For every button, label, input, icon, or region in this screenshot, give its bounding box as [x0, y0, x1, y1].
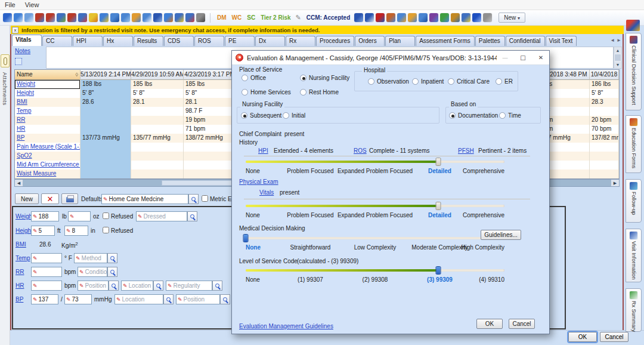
sm-badge-icon[interactable]	[110, 13, 119, 22]
value-cell[interactable]	[590, 152, 619, 161]
value-cell[interactable]: 28.6	[80, 98, 131, 107]
scroll-left-icon[interactable]: ◀	[15, 180, 23, 186]
metric-entry-checkbox[interactable]	[202, 195, 208, 202]
tab-plan[interactable]: Plan	[385, 36, 415, 46]
height-in-input[interactable]	[72, 227, 88, 234]
radio-subsequent[interactable]: Subsequent	[241, 112, 281, 119]
mail-route-icon[interactable]	[386, 13, 395, 22]
tab-cds[interactable]: CDS	[164, 36, 194, 46]
height-refused-checkbox[interactable]	[103, 227, 109, 233]
temp-field[interactable]: ✎	[31, 253, 62, 263]
value-cell[interactable]	[131, 170, 184, 178]
column-header-4-23-2019-3-17-pm[interactable]: 4/23/2019 3:17 PM	[184, 70, 236, 80]
ros-link[interactable]: ROS	[354, 147, 367, 154]
hr-regularity-search-button[interactable]	[212, 281, 222, 291]
value-cell[interactable]: 188 lbs	[80, 80, 131, 89]
temp-method-field[interactable]: ✎	[74, 253, 107, 263]
tab-results[interactable]: Results	[134, 36, 163, 46]
value-cell[interactable]: 71 bpm	[184, 125, 236, 134]
radio-time[interactable]: Time	[499, 112, 521, 119]
warning-close-icon[interactable]: x	[12, 27, 18, 33]
row-link-pain-measure-scale-1-10[interactable]: Pain Measure (Scale 1-10)	[17, 143, 80, 150]
undo-icon[interactable]	[483, 13, 492, 22]
tab-procedures[interactable]: Procedures	[316, 36, 354, 46]
open-folder-icon[interactable]	[14, 13, 23, 22]
history-icon[interactable]	[440, 13, 449, 22]
height-link[interactable]: Height	[16, 227, 33, 234]
import-icon[interactable]	[46, 13, 55, 22]
thermometer-icon[interactable]	[143, 13, 151, 22]
value-cell[interactable]: 186 lbs	[590, 80, 619, 89]
row-link-bmi[interactable]: BMI	[17, 98, 27, 105]
doc-export-icon[interactable]	[397, 13, 406, 22]
slider-thumb[interactable]	[243, 234, 249, 242]
delete-button[interactable]: ✕	[41, 193, 59, 204]
tab-confidential[interactable]: Confidential	[506, 36, 545, 46]
value-cell[interactable]: 5' 8"	[131, 89, 184, 98]
value-cell[interactable]: 20 bpm	[590, 116, 619, 125]
rr-condition-input[interactable]	[85, 269, 107, 275]
tab-hpi[interactable]: HPI	[73, 36, 103, 46]
globe-red-icon[interactable]	[185, 13, 194, 22]
photo-icon[interactable]	[408, 13, 417, 22]
list-orange-icon[interactable]	[132, 13, 141, 22]
hr-link[interactable]: HR	[16, 282, 24, 289]
cancel-button[interactable]: Cancel	[600, 332, 628, 342]
radio-home-services[interactable]: Home Services	[242, 89, 291, 96]
defaults-search-button[interactable]	[188, 194, 199, 204]
checklist-icon[interactable]	[57, 13, 66, 22]
value-cell[interactable]: 137/82 mmHg	[590, 134, 619, 143]
share-doc-icon[interactable]	[164, 13, 173, 22]
bp-position-search-button[interactable]	[220, 294, 230, 304]
menu-view[interactable]: View	[25, 1, 39, 8]
bp-location-field[interactable]: ✎	[114, 294, 163, 304]
hr-position-field[interactable]: ✎	[78, 281, 109, 291]
chart-warning-icon[interactable]	[89, 13, 98, 22]
temp-method-input[interactable]	[82, 255, 107, 261]
column-header-5-13-2019-2-14-pm[interactable]: 5/13/2019 2:14 PM	[80, 70, 131, 80]
paste-arrow-icon[interactable]	[35, 13, 44, 22]
hr-field[interactable]: ✎	[31, 281, 62, 291]
row-link-hr[interactable]: HR	[17, 125, 25, 132]
tab-assessment-forms[interactable]: Assessment Forms	[416, 36, 475, 46]
value-cell[interactable]	[131, 107, 184, 116]
value-cell[interactable]: 185 lbs	[131, 80, 184, 89]
maximize-icon[interactable]: □	[518, 54, 528, 61]
rail-tab-rx-summary[interactable]: Rx Summary	[626, 288, 642, 332]
bp-diastolic-input[interactable]	[72, 296, 91, 303]
value-cell[interactable]	[184, 161, 236, 170]
hr-location-search-button[interactable]	[153, 281, 163, 291]
row-link-weight[interactable]: Weight	[17, 81, 35, 87]
weight-lb-field[interactable]: ✎	[31, 211, 59, 221]
radio-nursing-facility[interactable]: Nursing Facility	[300, 75, 349, 81]
rail-tab-visit-information[interactable]: Visit Information	[626, 229, 642, 282]
dialog-ok-button[interactable]: OK	[476, 319, 503, 329]
radio-documentation[interactable]: Documentation	[449, 112, 498, 119]
value-cell[interactable]	[131, 116, 184, 125]
value-cell[interactable]: 28.1	[131, 98, 184, 107]
value-cell[interactable]: 5' 8"	[184, 89, 236, 98]
value-cell[interactable]: 28.1	[184, 98, 236, 107]
column-header-4-29-2019-10-59-am[interactable]: 4/29/2019 10:59 AM	[131, 70, 184, 80]
guidelines-button[interactable]: Guidelines...	[481, 230, 521, 240]
hr-regularity-input[interactable]	[174, 282, 212, 289]
value-cell[interactable]	[590, 107, 619, 116]
notes-link[interactable]: Notes	[15, 48, 30, 54]
drag-tool-icon[interactable]	[196, 13, 205, 22]
bmi-link[interactable]: BMI	[16, 241, 26, 248]
value-cell[interactable]: 137/73 mmHg	[80, 134, 131, 143]
scroll-up-icon[interactable]: ▲	[614, 47, 621, 54]
slider-thumb[interactable]	[436, 158, 441, 166]
tab-visit-text[interactable]: Visit Text	[546, 36, 577, 46]
value-cell[interactable]	[590, 161, 619, 170]
tab-pe[interactable]: PE	[225, 36, 255, 46]
value-cell[interactable]	[590, 143, 619, 152]
temp-link[interactable]: Temp	[16, 255, 30, 261]
value-cell[interactable]	[184, 143, 236, 152]
radio-inpatient[interactable]: Inpatient	[412, 78, 444, 85]
row-link-mid-arm-circumference-cm[interactable]: Mid Arm Circumference (cm)	[17, 161, 80, 168]
radio-observation[interactable]: Observation	[368, 78, 409, 85]
org-chart-icon[interactable]	[78, 13, 87, 22]
hr-position-search-button[interactable]	[109, 281, 119, 291]
hr-input[interactable]	[39, 282, 61, 289]
